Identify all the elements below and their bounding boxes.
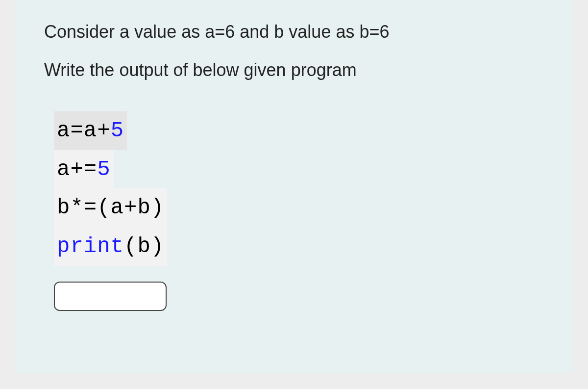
code-number-token: 5 xyxy=(111,118,124,143)
code-line-2: a+=5 xyxy=(54,150,114,189)
code-token: b*=(a+b) xyxy=(57,195,164,220)
code-token: a+= xyxy=(57,157,97,182)
code-block: a=a+5 a+=5 b*=(a+b) print(b) xyxy=(54,111,167,266)
answer-input[interactable] xyxy=(54,282,167,311)
code-line-3: b*=(a+b) xyxy=(54,188,167,227)
question-line-1: Consider a value as a=6 and b value as b… xyxy=(44,20,544,44)
code-number-token: 5 xyxy=(97,157,110,182)
code-line-1: a=a+5 xyxy=(54,111,127,150)
code-func-token: print xyxy=(57,234,124,259)
code-token: (b) xyxy=(124,234,164,259)
code-line-4: print(b) xyxy=(54,227,167,266)
question-line-2: Write the output of below given program xyxy=(44,58,544,82)
question-panel: Consider a value as a=6 and b value as b… xyxy=(15,0,573,373)
code-token: a=a+ xyxy=(57,118,111,143)
